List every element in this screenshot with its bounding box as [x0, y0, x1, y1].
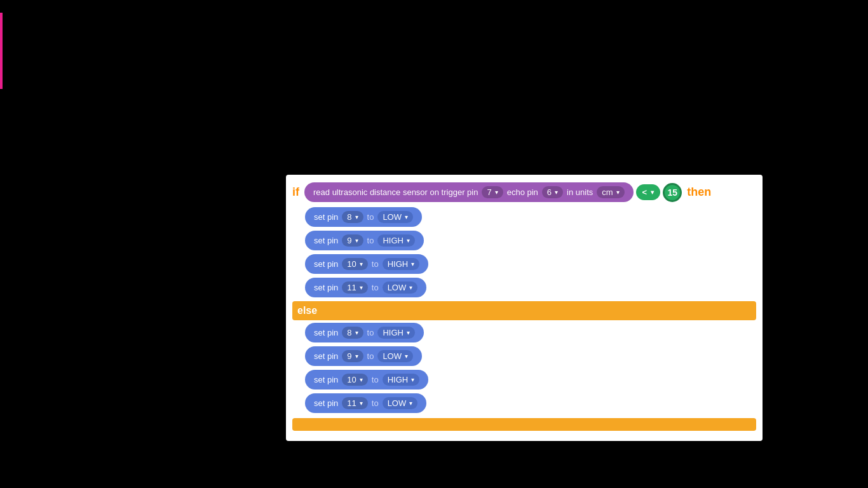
pin10-dropdown[interactable]: 10 ▾ [342, 258, 367, 270]
if-label: if [292, 186, 299, 199]
to-label-2: to [367, 236, 374, 245]
trigger-pin-dropdown[interactable]: 7 ▾ [482, 186, 503, 198]
else-pin11-arrow: ▾ [360, 400, 363, 407]
set-label-3: set pin [314, 259, 338, 269]
else-value-high-1[interactable]: HIGH ▾ [377, 327, 415, 339]
value-low-4-text: LOW [388, 283, 407, 292]
number-value: 15 [667, 187, 677, 198]
pin8-arrow: ▾ [355, 214, 358, 220]
else-value-high-3-arrow: ▾ [411, 376, 414, 383]
else-set-pin-block-9-low[interactable]: set pin 9 ▾ to LOW ▾ [305, 346, 422, 366]
to-label-3: to [372, 259, 379, 269]
value-high-3[interactable]: HIGH ▾ [383, 258, 420, 270]
pin8-value: 8 [347, 212, 351, 222]
units-arrow: ▾ [616, 189, 620, 196]
sensor-text: read ultrasonic distance sensor on trigg… [313, 187, 478, 197]
else-to-label-2: to [367, 351, 374, 361]
pin11-dropdown[interactable]: 11 ▾ [342, 281, 367, 294]
else-set-label-3: set pin [314, 375, 338, 384]
value-low-1[interactable]: LOW ▾ [377, 211, 413, 223]
value-high-2-text: HIGH [383, 236, 403, 245]
else-label: else [297, 305, 317, 316]
else-pin9-arrow: ▾ [355, 353, 358, 360]
else-set-label-2: set pin [314, 351, 338, 361]
pin8-dropdown[interactable]: 8 ▾ [342, 211, 363, 223]
then-label: then [687, 186, 711, 199]
else-set-pin-block-10-high[interactable]: set pin 10 ▾ to HIGH ▾ [305, 370, 428, 390]
value-high-2-arrow: ▾ [407, 237, 410, 244]
else-pin8-value: 8 [347, 328, 351, 337]
units-label: in units [567, 187, 593, 197]
to-label-4: to [372, 283, 379, 292]
bottom-orange-strip [292, 418, 756, 431]
echo-pin-dropdown[interactable]: 6 ▾ [542, 186, 563, 198]
number-circle[interactable]: 15 [663, 183, 682, 202]
else-value-high-3[interactable]: HIGH ▾ [383, 374, 420, 386]
units-dropdown[interactable]: cm ▾ [597, 186, 624, 198]
else-strip: else [292, 301, 756, 320]
echo-pin-arrow: ▾ [555, 189, 558, 196]
else-to-label-3: to [372, 375, 379, 384]
else-value-low-4-text: LOW [388, 398, 407, 408]
value-high-3-arrow: ▾ [411, 261, 414, 268]
else-set-label-4: set pin [314, 398, 338, 408]
value-low-1-text: LOW [383, 212, 402, 222]
else-pin8-dropdown[interactable]: 8 ▾ [342, 327, 363, 339]
else-pin10-arrow: ▾ [360, 376, 363, 383]
set-pin-block-10-high[interactable]: set pin 10 ▾ to HIGH ▾ [305, 254, 428, 274]
else-value-low-2-arrow: ▾ [405, 353, 408, 360]
else-pin8-arrow: ▾ [355, 329, 358, 336]
pin11-value: 11 [347, 283, 356, 292]
value-high-2[interactable]: HIGH ▾ [377, 234, 415, 247]
else-pin11-value: 11 [347, 398, 356, 408]
else-value-high-1-arrow: ▾ [407, 329, 410, 336]
else-value-low-2-text: LOW [383, 351, 402, 361]
else-pin9-value: 9 [347, 351, 351, 361]
else-value-high-3-text: HIGH [388, 375, 409, 384]
else-set-pin-block-8-high[interactable]: set pin 8 ▾ to HIGH ▾ [305, 323, 424, 342]
block-editor: if read ultrasonic distance sensor on tr… [286, 175, 763, 441]
else-set-label-1: set pin [314, 328, 338, 337]
trigger-pin-arrow: ▾ [495, 189, 498, 196]
echo-label: echo pin [507, 187, 538, 197]
set-label-1: set pin [314, 212, 338, 222]
to-label-1: to [367, 212, 374, 222]
else-to-label-1: to [367, 328, 374, 337]
if-row: if read ultrasonic distance sensor on tr… [292, 182, 756, 202]
else-pin10-dropdown[interactable]: 10 ▾ [342, 374, 367, 386]
sensor-block: read ultrasonic distance sensor on trigg… [304, 182, 634, 202]
else-value-low-2[interactable]: LOW ▾ [377, 350, 413, 362]
else-value-low-4-arrow: ▾ [409, 400, 412, 407]
else-value-high-1-text: HIGH [383, 328, 403, 337]
else-pin10-value: 10 [347, 375, 356, 384]
echo-pin-value: 6 [547, 187, 552, 197]
set-label-2: set pin [314, 236, 338, 245]
else-set-pin-block-11-low[interactable]: set pin 11 ▾ to LOW ▾ [305, 393, 426, 413]
left-accent [0, 13, 3, 89]
set-label-4: set pin [314, 283, 338, 292]
if-blocks-section: set pin 8 ▾ to LOW ▾ set pin 9 ▾ to HIGH… [305, 207, 756, 297]
set-pin-block-11-low[interactable]: set pin 11 ▾ to LOW ▾ [305, 278, 426, 297]
value-low-4[interactable]: LOW ▾ [383, 281, 418, 294]
else-pin11-dropdown[interactable]: 11 ▾ [342, 397, 367, 409]
else-pin9-dropdown[interactable]: 9 ▾ [342, 350, 363, 362]
pin10-arrow: ▾ [360, 261, 363, 268]
value-high-3-text: HIGH [388, 259, 409, 269]
value-low-4-arrow: ▾ [409, 284, 412, 291]
operator-arrow: ▾ [651, 189, 654, 196]
else-value-low-4[interactable]: LOW ▾ [383, 397, 418, 409]
trigger-pin-value: 7 [487, 187, 491, 197]
pin10-value: 10 [347, 259, 356, 269]
pin11-arrow: ▾ [360, 284, 363, 291]
pin9-arrow: ▾ [355, 237, 358, 244]
else-to-label-4: to [372, 398, 379, 408]
pin9-dropdown[interactable]: 9 ▾ [342, 234, 363, 247]
operator-value: < [642, 187, 648, 197]
set-pin-block-9-high[interactable]: set pin 9 ▾ to HIGH ▾ [305, 231, 424, 250]
value-low-1-arrow: ▾ [405, 214, 408, 220]
else-blocks-section: set pin 8 ▾ to HIGH ▾ set pin 9 ▾ to LOW… [305, 323, 756, 413]
set-pin-block-8-low[interactable]: set pin 8 ▾ to LOW ▾ [305, 207, 422, 227]
units-value: cm [602, 187, 613, 197]
operator-block[interactable]: < ▾ [636, 184, 661, 200]
pin9-value: 9 [347, 236, 351, 245]
